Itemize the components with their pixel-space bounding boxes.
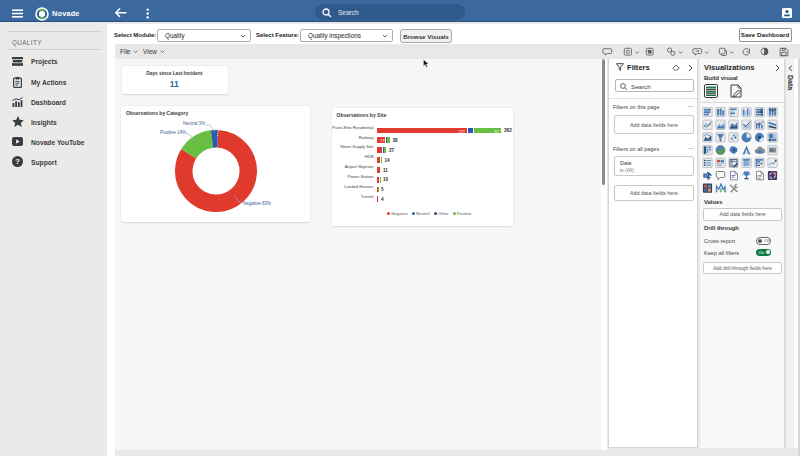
svg-text:?: ?	[15, 157, 20, 166]
